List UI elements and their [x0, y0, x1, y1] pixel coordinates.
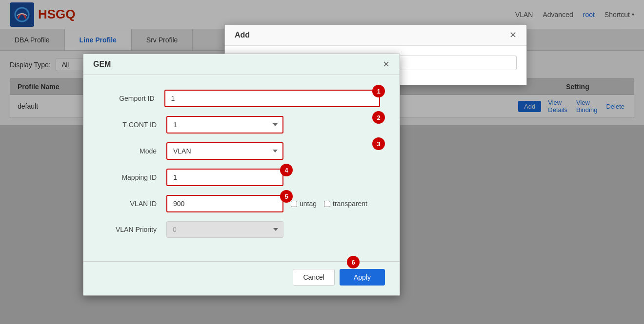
mapping-id-input[interactable]: [166, 169, 283, 186]
step-2-badge: 2: [372, 111, 385, 124]
mode-row: Mode VLAN TLS IP Host 3: [103, 142, 380, 160]
transparent-checkbox[interactable]: [324, 201, 330, 207]
gemport-id-row: Gemport ID 1: [103, 90, 380, 107]
vlan-id-input[interactable]: [166, 195, 283, 212]
gemport-id-label: Gemport ID: [103, 95, 164, 102]
gem-dialog-footer: 6 Cancel Apply: [83, 261, 400, 295]
transparent-group: transparent: [324, 200, 367, 208]
step-3-badge: 3: [372, 137, 385, 150]
step-5-badge: 5: [280, 190, 293, 203]
tcont-id-row: T-CONT ID 1 2 3 2: [103, 116, 380, 133]
mapping-id-label: Mapping ID: [103, 173, 166, 181]
untag-label: untag: [300, 200, 317, 208]
mapping-id-row: Mapping ID 4: [103, 169, 380, 186]
apply-button[interactable]: Apply: [340, 269, 385, 286]
add-dialog-close-icon[interactable]: ✕: [509, 30, 517, 40]
mode-select[interactable]: VLAN TLS IP Host: [166, 142, 283, 160]
tcont-id-label: T-CONT ID: [103, 121, 166, 129]
gem-dialog-header: GEM ✕: [83, 54, 400, 75]
untag-checkbox[interactable]: [291, 201, 297, 207]
untag-group: untag: [291, 200, 317, 208]
vlan-id-row: VLAN ID untag transparent 5: [103, 195, 380, 212]
step-4-badge: 4: [280, 164, 293, 176]
gemport-id-input[interactable]: [164, 90, 380, 107]
vlan-priority-row: VLAN Priority 0 1 2 3 4 5 6 7: [103, 221, 380, 238]
gem-dialog-title: GEM: [93, 60, 111, 69]
mode-label: Mode: [103, 147, 166, 155]
add-dialog-header: Add ✕: [225, 25, 526, 46]
transparent-label: transparent: [333, 200, 367, 208]
vlan-priority-label: VLAN Priority: [103, 226, 166, 233]
vlan-id-inputs: untag transparent: [166, 195, 367, 212]
gem-dialog: GEM ✕ Gemport ID 1 T-CONT ID 1 2 3 2 Mod: [83, 54, 400, 296]
vlan-id-label: VLAN ID: [103, 200, 166, 208]
cancel-button[interactable]: Cancel: [293, 269, 335, 286]
vlan-priority-select[interactable]: 0 1 2 3 4 5 6 7: [166, 221, 283, 238]
gem-dialog-body: Gemport ID 1 T-CONT ID 1 2 3 2 Mode VLAN…: [83, 75, 400, 261]
step-6-badge: 6: [347, 256, 360, 268]
tcont-id-select[interactable]: 1 2 3: [166, 116, 283, 133]
step-1-badge: 1: [372, 85, 385, 97]
add-dialog-title: Add: [235, 31, 250, 39]
gem-dialog-close-icon[interactable]: ✕: [382, 59, 390, 70]
